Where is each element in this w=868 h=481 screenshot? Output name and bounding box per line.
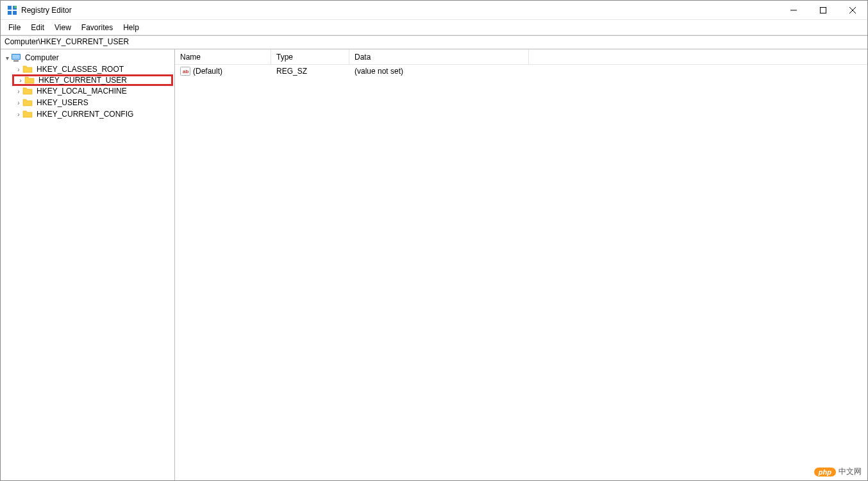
list-header: Name Type Data (175, 49, 867, 65)
svg-rect-6 (821, 7, 826, 13)
maximize-button[interactable] (808, 1, 838, 20)
folder-icon (24, 75, 35, 85)
chevron-right-icon[interactable]: › (15, 88, 22, 95)
value-data: (value not set) (355, 67, 403, 76)
tree-item-label: HKEY_USERS (35, 98, 90, 107)
tree-item-hkey-current-user[interactable]: ›HKEY_CURRENT_USER (12, 74, 173, 86)
tree-item-label: HKEY_CURRENT_CONFIG (35, 110, 135, 119)
app-icon (7, 5, 17, 15)
value-name: (Default) (193, 67, 222, 76)
address-bar[interactable]: Computer\HKEY_CURRENT_USER (1, 35, 867, 49)
registry-value-row[interactable]: ab(Default)REG_SZ(value not set) (175, 65, 867, 78)
chevron-right-icon[interactable]: › (15, 66, 22, 73)
svg-point-4 (14, 6, 17, 8)
folder-icon (22, 86, 33, 96)
tree-item-label: HKEY_LOCAL_MACHINE (35, 87, 128, 96)
titlebar: Registry Editor (1, 1, 867, 20)
computer-icon (11, 53, 21, 63)
column-header-data[interactable]: Data (349, 49, 529, 64)
column-header-name[interactable]: Name (175, 49, 271, 64)
menu-file[interactable]: File (3, 22, 26, 33)
svg-rect-3 (13, 11, 17, 15)
close-icon (849, 7, 856, 13)
tree-item-label: HKEY_CURRENT_USER (37, 76, 128, 85)
menu-favorites[interactable]: Favorites (76, 22, 118, 33)
chevron-right-icon[interactable]: › (15, 111, 22, 118)
menu-help[interactable]: Help (118, 22, 144, 33)
watermark-pill: php (814, 468, 836, 477)
window-title: Registry Editor (21, 6, 72, 15)
minimize-button[interactable] (779, 1, 808, 20)
menu-view[interactable]: View (49, 22, 76, 33)
tree-children: ›HKEY_CLASSES_ROOT›HKEY_CURRENT_USER›HKE… (1, 63, 174, 120)
svg-rect-2 (8, 11, 12, 15)
svg-rect-0 (8, 6, 12, 10)
minimize-icon (790, 7, 797, 13)
close-button[interactable] (838, 1, 867, 20)
tree-item-hkey-local-machine[interactable]: ›HKEY_LOCAL_MACHINE (12, 85, 174, 97)
column-header-type[interactable]: Type (271, 49, 349, 64)
list-pane: Name Type Data ab(Default)REG_SZ(value n… (175, 49, 867, 480)
folder-icon (22, 97, 33, 108)
menubar: File Edit View Favorites Help (1, 20, 867, 35)
chevron-right-icon[interactable]: › (17, 77, 24, 84)
value-type: REG_SZ (276, 67, 307, 76)
tree-item-hkey-current-config[interactable]: ›HKEY_CURRENT_CONFIG (12, 108, 174, 120)
tree-root-label: Computer (24, 53, 60, 62)
tree-root-computer[interactable]: ▾ Computer (1, 52, 174, 63)
tree-pane[interactable]: ▾ Computer ›HKEY_CLASSES_ROOT›HKEY_CURRE… (1, 49, 175, 480)
watermark-text: 中文网 (839, 466, 862, 477)
chevron-down-icon[interactable]: ▾ (3, 55, 11, 62)
registry-editor-window: Registry Editor File Edit View Favorites… (0, 0, 868, 481)
tree-item-hkey-classes-root[interactable]: ›HKEY_CLASSES_ROOT (12, 63, 174, 75)
tree-item-hkey-users[interactable]: ›HKEY_USERS (12, 97, 174, 108)
list-body[interactable]: ab(Default)REG_SZ(value not set) (175, 65, 867, 480)
watermark: php 中文网 (814, 466, 862, 477)
main-area: ▾ Computer ›HKEY_CLASSES_ROOT›HKEY_CURRE… (1, 49, 867, 480)
folder-icon (22, 64, 33, 74)
string-value-icon: ab (180, 67, 190, 76)
svg-text:ab: ab (183, 69, 188, 74)
maximize-icon (820, 7, 826, 13)
menu-edit[interactable]: Edit (26, 22, 49, 33)
tree-item-label: HKEY_CLASSES_ROOT (35, 65, 125, 74)
svg-rect-10 (12, 55, 20, 59)
folder-icon (22, 109, 33, 119)
svg-rect-11 (13, 60, 19, 62)
chevron-right-icon[interactable]: › (15, 99, 22, 106)
